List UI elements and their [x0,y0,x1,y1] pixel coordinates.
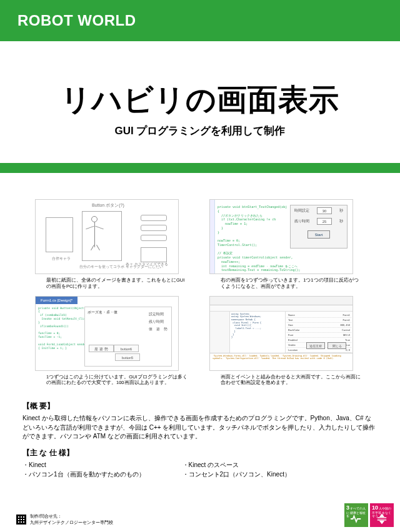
qr-icon [16,515,26,525]
sketch-note: 自作キャラ [52,256,71,262]
dlg-label: 残り時間 [294,219,309,224]
form-button: 座 姿 勢 [89,345,114,352]
ide-explorer [210,312,230,353]
code-snippet: private void btnStart_TextChanged(obj { … [218,205,300,272]
form-label: 体 姿 勢 [149,327,168,332]
code-dialog-image: private void btnStart_TextChanged(obj { … [209,199,353,274]
sketch-image: Button ボタン(?) 自作キャラ 自分のキーを使ってコラボ キャラクターに… [35,199,179,274]
form-label: 設定時間 [149,312,168,317]
form-button: button5 [115,353,140,361]
footer-line: 制作/問合せ先： [30,513,113,520]
caption: 右の画面を1つずつ作っていきます。1つ1つの項目に反応がつくようになると、画面が… [221,277,363,290]
specs-col1: Kinectパソコン1台（画面を動かすためのもの） [22,461,145,479]
ide-toolbar [210,305,352,312]
spec-item: Kinect のスペース [182,461,291,470]
equality-icon [375,513,389,525]
caption: 最初に紙面に、全体のイメージを書きます。これをもとにGUIの画面をPCに作ります… [46,277,189,290]
cell-code-dialog: private void btnStart_TextChanged(obj { … [209,199,365,290]
summary-body: Kinect から取得した情報をパソコンに表示し、操作できる画面を作成するための… [22,414,378,441]
cell-designer: Form1.cs [Design]* private void Button1(… [35,296,191,387]
heartbeat-icon [349,513,363,525]
form-mock: ポーズ名・卓・体 設定時間 残り時間 体 姿 勢 座 姿 勢 button6 b… [84,307,172,367]
caption: 画面とイベントと組み合わせると大画面です。ここから画面に合わせて動画設定を進めま… [221,374,363,387]
brand-title: ROBOT WORLD [18,12,136,29]
footer-line: 九州デザインテクノロジーセンター専門校 [30,520,113,526]
dlg-field: 30 [317,207,332,214]
sdg-10-badge: 10 人や国の不平等 をなくそう [370,503,394,527]
sdg-number: 10 [372,505,378,511]
cell-ide: using System; using System.Windows; name… [209,296,365,387]
spec-item: パソコン1台（画面を動かすためのもの） [22,470,145,480]
ide-editor: using System; using System.Windows; name… [230,312,284,353]
accent-bar [0,163,400,173]
header-band: ROBOT WORLD [0,0,400,41]
form-label: 残り時間 [149,319,168,325]
specs-col2: Kinect のスペースコンセント2口（パソコン、Kinect） [182,461,291,479]
code-gutter [210,200,215,273]
send-button: 送信支持 [306,342,325,349]
ide-titlebar [210,297,352,305]
main-title: リハビリの画面表示 [12,80,388,120]
ide-output: 'System.Windows.Forms.dll' loaded. Symbo… [210,353,352,370]
start-button: Start [308,230,330,239]
screenshot-grid: Button ボタン(?) 自作キャラ 自分のキーを使ってコラボ キャラクターに… [0,173,400,393]
sketch-top-label: Button ボタン(?) [92,202,124,209]
footer: 制作/問合せ先： 九州デザインテクノロジーセンター専門校 [16,513,113,526]
timer-dialog: 時間設定 30 秒 残り時間 25 秒 Start [290,205,348,249]
spec-item: コンセント2口（パソコン、Kinect） [182,470,291,480]
sketch-slot [141,215,167,221]
specs-columns: Kinectパソコン1台（画面を動かすためのもの） Kinect のスペースコン… [22,461,378,479]
close-button: 閉じる [328,342,346,349]
dlg-label: 時間設定 [294,208,309,214]
sketch-small-box [141,247,167,262]
sketch-note: 各々 カスタマイズできる [126,262,168,267]
specs-heading: 【主 な 仕 様】 [22,448,378,458]
sketch-slot [141,225,167,231]
sketch-center-panel [82,211,122,261]
designer-image: Form1.cs [Design]* private void Button1(… [35,296,179,371]
sketch-left-panel [46,217,73,252]
dlg-unit: 秒 [339,219,343,224]
code-snippet: private void Button1(Object se { if (com… [38,307,81,350]
summary-heading: 【概 要】 [22,401,378,411]
form-button: button6 [114,345,139,352]
sdg-number: 3 [346,505,349,511]
sub-title: GUI プログラミングを利用して制作 [12,124,388,138]
cell-sketch: Button ボタン(?) 自作キャラ 自分のキーを使ってコラボ キャラクターに… [35,199,191,290]
form-title: ポーズ名・卓・体 [88,310,118,315]
lower-text: 【概 要】 Kinect から取得した情報をパソコンに表示し、操作できる画面を作… [0,393,400,479]
sdg-3-badge: 3 すべての人に 健康と福祉を [344,503,368,527]
spec-item: Kinect [22,461,145,470]
sdg-badges: 3 すべての人に 健康と福祉を 10 人や国の不平等 をなくそう [344,503,394,527]
title-block: リハビリの画面表示 GUI プログラミングを利用して制作 [0,41,400,163]
sketch-slot [141,235,167,241]
dlg-unit: 秒 [339,208,343,214]
dlg-field: 25 [317,218,332,225]
designer-tab: Form1.cs [Design]* [36,297,78,304]
caption: 1つずつはこのように分けています。GUIプログラミングは多くの画面にわたるので大… [46,374,189,387]
ide-image: using System; using System.Windows; name… [209,296,353,371]
